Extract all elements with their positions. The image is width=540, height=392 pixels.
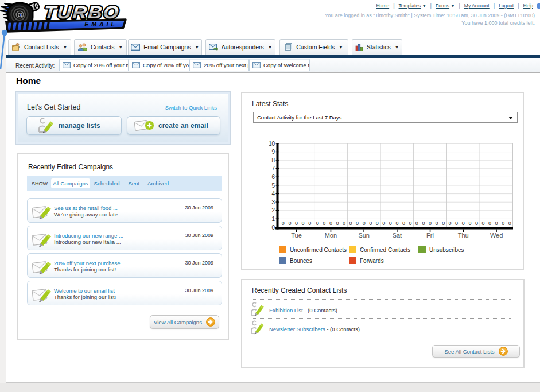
svg-text:5: 5 bbox=[271, 183, 275, 189]
svg-text:0: 0 bbox=[429, 220, 432, 226]
svg-text:Tue: Tue bbox=[291, 232, 302, 239]
svg-text:0: 0 bbox=[488, 220, 491, 226]
svg-text:0: 0 bbox=[308, 220, 311, 226]
svg-text:0: 0 bbox=[455, 220, 458, 226]
svg-text:0: 0 bbox=[475, 220, 478, 226]
svg-text:0: 0 bbox=[449, 220, 452, 226]
svg-text:Bounces: Bounces bbox=[290, 258, 312, 264]
svg-text:0: 0 bbox=[376, 220, 379, 226]
svg-text:0: 0 bbox=[481, 220, 484, 226]
svg-text:0: 0 bbox=[316, 220, 319, 226]
svg-text:0: 0 bbox=[282, 220, 285, 226]
svg-text:0: 0 bbox=[389, 220, 392, 226]
svg-text:0: 0 bbox=[415, 220, 418, 226]
svg-text:Mon: Mon bbox=[325, 232, 337, 239]
svg-text:0: 0 bbox=[508, 220, 511, 226]
svg-text:3: 3 bbox=[271, 199, 275, 205]
svg-text:0: 0 bbox=[329, 220, 332, 226]
svg-text:0: 0 bbox=[502, 220, 504, 226]
svg-text:Confirmed Contacts: Confirmed Contacts bbox=[360, 247, 410, 253]
svg-text:0: 0 bbox=[442, 220, 445, 226]
svg-text:10: 10 bbox=[269, 141, 275, 147]
svg-text:0: 0 bbox=[462, 220, 465, 226]
svg-text:0: 0 bbox=[302, 220, 305, 226]
svg-text:0: 0 bbox=[336, 220, 339, 226]
svg-text:0: 0 bbox=[343, 220, 345, 226]
svg-text:Fri: Fri bbox=[426, 232, 434, 239]
svg-text:Sat: Sat bbox=[393, 232, 402, 239]
svg-text:TURBO: TURBO bbox=[43, 2, 121, 22]
svg-text:0: 0 bbox=[271, 224, 275, 231]
svg-text:6: 6 bbox=[271, 174, 275, 180]
svg-text:Forwards: Forwards bbox=[360, 258, 384, 264]
svg-text:0: 0 bbox=[323, 220, 325, 226]
svg-text:0: 0 bbox=[295, 220, 298, 226]
svg-text:0: 0 bbox=[436, 220, 438, 226]
svg-text:0: 0 bbox=[363, 220, 366, 226]
svg-text:0: 0 bbox=[422, 220, 425, 226]
svg-text:Wed: Wed bbox=[490, 232, 503, 239]
svg-text:4: 4 bbox=[271, 191, 275, 197]
svg-text:0: 0 bbox=[288, 220, 291, 226]
svg-text:0: 0 bbox=[356, 220, 359, 226]
svg-text:0: 0 bbox=[409, 220, 412, 226]
svg-text:Unconfirmed Contacts: Unconfirmed Contacts bbox=[290, 247, 347, 253]
svg-text:0: 0 bbox=[369, 220, 372, 226]
svg-text:0: 0 bbox=[495, 220, 498, 226]
svg-text:Unsubscribes: Unsubscribes bbox=[429, 247, 464, 253]
svg-text:7: 7 bbox=[271, 165, 275, 172]
svg-text:Sun: Sun bbox=[358, 232, 370, 239]
svg-text:0: 0 bbox=[402, 220, 405, 226]
svg-text:0: 0 bbox=[395, 220, 398, 226]
svg-text:Thu: Thu bbox=[458, 232, 469, 239]
svg-text:0: 0 bbox=[349, 220, 352, 226]
svg-text:0: 0 bbox=[382, 220, 385, 226]
svg-text:9: 9 bbox=[271, 149, 275, 155]
svg-text:2: 2 bbox=[271, 207, 275, 214]
svg-text:1: 1 bbox=[271, 216, 275, 222]
svg-text:8: 8 bbox=[271, 157, 275, 164]
svg-text:0: 0 bbox=[468, 220, 471, 226]
